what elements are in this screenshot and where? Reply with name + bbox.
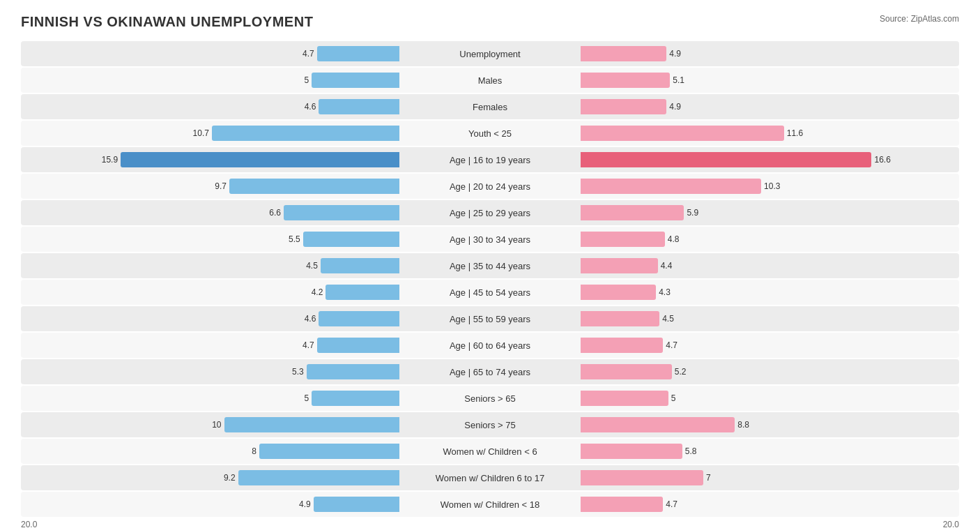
- right-section: 4.5: [581, 306, 959, 331]
- left-section: 10.7: [21, 121, 399, 146]
- row-inner: 5 Seniors > 65 5: [21, 386, 959, 411]
- right-section: 16.6: [581, 147, 959, 172]
- bar-left: [238, 470, 399, 485]
- val-right-label: 5.1: [673, 75, 700, 85]
- row-label: Women w/ Children < 18: [399, 499, 581, 510]
- chart-row: 10 Seniors > 75 8.8: [21, 412, 959, 437]
- axis-labels: 20.0 20.0: [21, 520, 959, 528]
- row-inner: 4.7 Age | 60 to 64 years 4.7: [21, 333, 959, 358]
- chart-row: 9.2 Women w/ Children 6 to 17 7: [21, 465, 959, 490]
- bar-right: [581, 232, 665, 247]
- val-right-label: 5.8: [685, 446, 713, 456]
- val-left-label: 4.6: [288, 102, 316, 112]
- row-inner: 4.6 Females 4.9: [21, 94, 959, 119]
- right-section: 5: [581, 386, 959, 411]
- bar-right: [581, 417, 735, 432]
- row-inner: 5.5 Age | 30 to 34 years 4.8: [21, 227, 959, 252]
- right-section: 4.8: [581, 227, 959, 252]
- val-right-label: 5.9: [687, 208, 714, 218]
- bar-right: [581, 364, 672, 379]
- bar-left: [319, 99, 399, 114]
- row-label: Youth < 25: [399, 128, 581, 139]
- row-inner: 5 Males 5.1: [21, 68, 959, 93]
- left-section: 4.7: [21, 333, 399, 358]
- row-label: Age | 65 to 74 years: [399, 367, 581, 377]
- val-left-label: 5.5: [273, 234, 300, 244]
- right-section: 8.8: [581, 412, 959, 437]
- row-label: Age | 30 to 34 years: [399, 234, 581, 245]
- bar-right: [581, 179, 761, 194]
- bar-left: [326, 285, 399, 300]
- bar-right: [581, 126, 784, 141]
- row-inner: 10 Seniors > 75 8.8: [21, 412, 959, 437]
- left-section: 9.7: [21, 174, 399, 199]
- chart-row: 5 Seniors > 65 5: [21, 386, 959, 411]
- val-left-label: 10.7: [181, 128, 209, 138]
- row-label: Age | 45 to 54 years: [399, 287, 581, 298]
- row-label: Age | 35 to 44 years: [399, 261, 581, 271]
- val-left-label: 8: [229, 446, 257, 456]
- bar-left: [307, 364, 399, 379]
- val-right-label: 4.9: [669, 49, 697, 59]
- row-inner: 9.7 Age | 20 to 24 years 10.3: [21, 174, 959, 199]
- right-section: 10.3: [581, 174, 959, 199]
- bar-left: [284, 205, 399, 220]
- right-section: 4.7: [581, 492, 959, 517]
- row-inner: 4.9 Women w/ Children < 18 4.7: [21, 492, 959, 517]
- val-left-label: 4.5: [290, 261, 318, 271]
- val-left-label: 4.7: [286, 49, 314, 59]
- bar-right: [581, 311, 659, 326]
- row-inner: 8 Women w/ Children < 6 5.8: [21, 439, 959, 464]
- left-section: 4.7: [21, 41, 399, 66]
- bar-right: [581, 444, 682, 459]
- axis-min-label: 20.0: [21, 520, 37, 528]
- bar-left: [312, 391, 399, 406]
- right-section: 11.6: [581, 121, 959, 146]
- bar-left: [224, 417, 400, 432]
- row-label: Women w/ Children < 6: [399, 446, 581, 457]
- row-label: Unemployment: [399, 49, 581, 59]
- left-section: 4.9: [21, 492, 399, 517]
- bar-right: [581, 258, 658, 273]
- chart-row: 10.7 Youth < 25 11.6: [21, 121, 959, 146]
- row-inner: 15.9 Age | 16 to 19 years 16.6: [21, 147, 959, 172]
- bar-left: [321, 258, 399, 273]
- right-section: 5.2: [581, 359, 959, 384]
- val-left-label: 4.9: [283, 499, 311, 509]
- row-label: Age | 16 to 19 years: [399, 155, 581, 165]
- row-inner: 10.7 Youth < 25 11.6: [21, 121, 959, 146]
- val-right-label: 4.5: [662, 314, 690, 324]
- chart-row: 15.9 Age | 16 to 19 years 16.6: [21, 147, 959, 172]
- chart-header: FINNISH VS OKINAWAN UNEMPLOYMENT Source:…: [21, 14, 959, 30]
- bar-left: [229, 179, 399, 194]
- row-inner: 6.6 Age | 25 to 29 years 5.9: [21, 200, 959, 225]
- left-section: 4.5: [21, 253, 399, 278]
- bar-left: [312, 73, 399, 88]
- bar-left: [121, 152, 399, 167]
- val-left-label: 9.7: [199, 181, 227, 191]
- bar-left: [303, 232, 399, 247]
- row-inner: 4.7 Unemployment 4.9: [21, 41, 959, 66]
- val-left-label: 15.9: [90, 155, 118, 165]
- row-inner: 4.6 Age | 55 to 59 years 4.5: [21, 306, 959, 331]
- val-right-label: 4.7: [666, 340, 694, 350]
- chart-row: 5.5 Age | 30 to 34 years 4.8: [21, 227, 959, 252]
- chart-title: FINNISH VS OKINAWAN UNEMPLOYMENT: [21, 14, 313, 30]
- chart-row: 5.3 Age | 65 to 74 years 5.2: [21, 359, 959, 384]
- left-section: 4.6: [21, 94, 399, 119]
- val-right-label: 4.4: [661, 261, 689, 271]
- chart-row: 4.2 Age | 45 to 54 years 4.3: [21, 280, 959, 305]
- bar-left: [317, 46, 399, 61]
- val-right-label: 10.3: [764, 181, 792, 191]
- right-section: 4.9: [581, 41, 959, 66]
- left-section: 4.2: [21, 280, 399, 305]
- val-left-label: 4.6: [288, 314, 316, 324]
- row-label: Age | 20 to 24 years: [399, 181, 581, 192]
- chart-row: 9.7 Age | 20 to 24 years 10.3: [21, 174, 959, 199]
- chart-area: 4.7 Unemployment 4.9 5 Males 5.1: [21, 41, 959, 517]
- bar-right: [581, 73, 670, 88]
- val-left-label: 5: [281, 75, 309, 85]
- chart-row: 6.6 Age | 25 to 29 years 5.9: [21, 200, 959, 225]
- row-label: Seniors > 65: [399, 393, 581, 404]
- chart-source: Source: ZipAtlas.com: [880, 14, 959, 24]
